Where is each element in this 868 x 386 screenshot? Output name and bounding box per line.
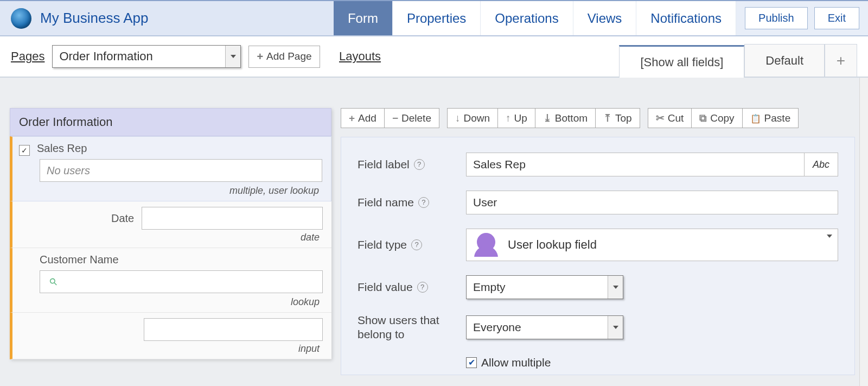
topbar-actions: Publish Exit <box>736 1 868 35</box>
field-meta: lookup <box>19 294 323 309</box>
tab-operations[interactable]: Operations <box>481 1 573 35</box>
move-up-button[interactable]: Up <box>498 108 535 128</box>
sub-bar: Pages Order Information + Add Page Layou… <box>0 36 868 78</box>
tab-views[interactable]: Views <box>573 1 637 35</box>
form-preview-card: Order Information ✓ Sales Rep No users m… <box>10 108 331 359</box>
top-bar: My Business App Form Properties Operatio… <box>0 0 868 36</box>
prop-row-allow-multiple: ✔ Allow multiple <box>466 356 838 369</box>
user-icon <box>477 233 495 251</box>
prop-row-field-value: Field value? Empty <box>358 275 838 299</box>
field-block-date[interactable]: Date date <box>10 201 331 248</box>
vertical-scrollbar[interactable] <box>859 78 868 386</box>
tab-form[interactable]: Form <box>334 1 393 35</box>
form-preview-column: Order Information ✓ Sales Rep No users m… <box>0 78 332 386</box>
move-bottom-button[interactable]: Bottom <box>535 108 596 128</box>
field-meta: date <box>19 230 323 244</box>
arrow-to-bottom-icon <box>543 112 552 124</box>
chevron-down-icon <box>608 316 623 339</box>
chevron-down-icon <box>225 46 240 67</box>
search-icon: ⚲ <box>47 275 60 289</box>
topbar-left: My Business App <box>0 1 334 35</box>
layout-tabs: [Show all fields] Default + <box>619 44 857 77</box>
layout-tab-default[interactable]: Default <box>744 44 825 77</box>
field-input-sales-rep[interactable]: No users <box>40 159 322 182</box>
field-input-date[interactable] <box>142 207 323 230</box>
prop-row-field-type: Field type? User lookup field <box>358 229 838 261</box>
page-select[interactable]: Order Information <box>52 45 241 68</box>
field-label: Sales Rep <box>37 142 87 154</box>
arrow-down-icon <box>455 112 461 124</box>
allow-multiple-checkbox[interactable]: ✔ <box>466 357 477 368</box>
chevron-down-icon <box>608 276 623 299</box>
field-checkbox[interactable]: ✓ <box>19 145 30 156</box>
add-page-label: Add Page <box>266 50 311 62</box>
chevron-down-icon <box>827 238 832 252</box>
field-block-input[interactable]: input <box>10 313 331 359</box>
help-icon[interactable]: ? <box>418 197 429 208</box>
add-field-button[interactable]: Add <box>341 108 385 128</box>
main-area: Order Information ✓ Sales Rep No users m… <box>0 78 868 386</box>
minus-icon <box>392 112 398 124</box>
subbar-left: Pages Order Information + Add Page <box>0 45 334 68</box>
scissors-icon <box>656 112 665 124</box>
cut-button[interactable]: Cut <box>648 108 692 128</box>
field-type-select[interactable]: User lookup field <box>466 229 838 261</box>
add-page-button[interactable]: + Add Page <box>248 46 320 68</box>
publish-button[interactable]: Publish <box>745 7 808 29</box>
copy-button[interactable]: Copy <box>692 108 742 128</box>
help-icon[interactable]: ? <box>411 239 422 250</box>
show-users-select[interactable]: Everyone <box>466 315 623 339</box>
tab-notifications[interactable]: Notifications <box>636 1 736 35</box>
field-name-input[interactable]: User <box>466 191 838 214</box>
prop-row-field-name: Field name? User <box>358 191 838 214</box>
app-title: My Business App <box>40 10 148 27</box>
copy-icon <box>699 112 707 124</box>
field-block-customer-name[interactable]: Customer Name ⚲ lookup <box>10 248 331 313</box>
move-down-button[interactable]: Down <box>447 108 498 128</box>
field-input-generic[interactable] <box>144 318 323 341</box>
plus-icon: + <box>257 50 263 63</box>
field-label-input[interactable]: Sales Rep <box>466 153 805 176</box>
help-icon[interactable]: ? <box>417 282 428 293</box>
field-meta: input <box>19 341 323 356</box>
form-preview-header: Order Information <box>10 108 331 136</box>
exit-button[interactable]: Exit <box>814 7 859 29</box>
layout-tab-add[interactable]: + <box>825 44 857 77</box>
field-value-select[interactable]: Empty <box>466 275 623 299</box>
field-label: Date <box>111 212 134 225</box>
subbar-right: Layouts [Show all fields] Default + <box>334 36 868 77</box>
field-toolbar: Add Delete Down Up Bottom Top Cut Copy P… <box>341 108 855 128</box>
arrow-up-icon <box>506 112 511 124</box>
abc-format-button[interactable]: Abc <box>805 153 838 176</box>
plus-icon <box>349 112 355 124</box>
top-tabs: Form Properties Operations Views Notific… <box>334 1 736 35</box>
allow-multiple-label: Allow multiple <box>481 356 551 369</box>
move-top-button[interactable]: Top <box>596 108 640 128</box>
delete-field-button[interactable]: Delete <box>385 108 439 128</box>
prop-row-field-label: Field label? Sales Rep Abc <box>358 153 838 176</box>
field-block-sales-rep[interactable]: ✓ Sales Rep No users multiple, user look… <box>10 136 331 201</box>
field-label: Customer Name <box>40 254 119 265</box>
paste-button[interactable]: Paste <box>743 108 799 128</box>
field-meta: multiple, user lookup <box>19 183 322 198</box>
field-input-customer-name[interactable]: ⚲ <box>40 270 323 293</box>
layout-tab-show-all[interactable]: [Show all fields] <box>619 45 744 78</box>
page-select-value: Order Information <box>59 49 152 64</box>
field-properties-panel: Field label? Sales Rep Abc Field name? U… <box>341 137 855 375</box>
arrow-to-top-icon <box>603 112 612 124</box>
app-globe-icon <box>11 8 31 29</box>
layouts-label: Layouts <box>339 49 381 64</box>
properties-column: Add Delete Down Up Bottom Top Cut Copy P… <box>332 78 868 386</box>
tab-properties[interactable]: Properties <box>393 1 481 35</box>
prop-row-show-users: Show users that belong to Everyone <box>358 313 838 342</box>
help-icon[interactable]: ? <box>414 159 425 170</box>
paste-icon <box>750 112 761 124</box>
pages-label: Pages <box>11 49 44 64</box>
